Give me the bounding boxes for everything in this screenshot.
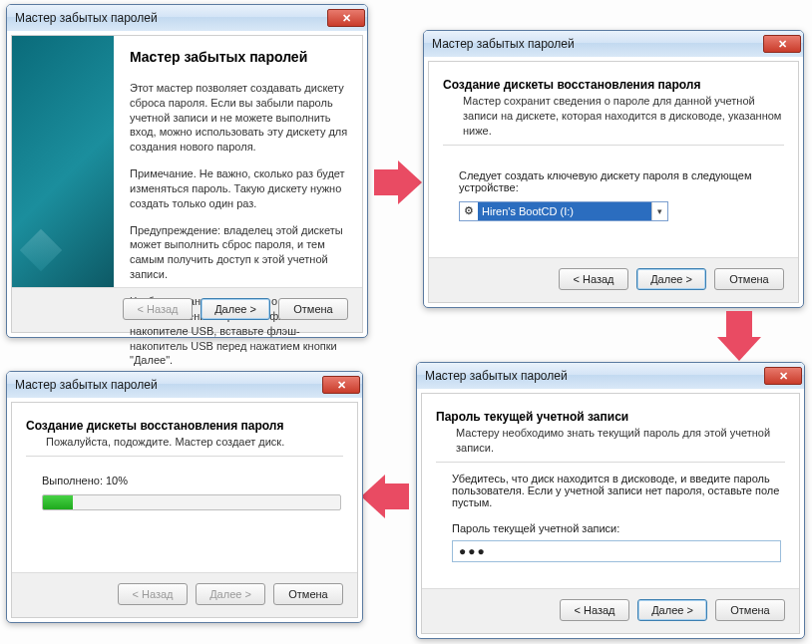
window-title: Мастер забытых паролей bbox=[15, 378, 158, 392]
section-subtext: Мастер сохранит сведения о пароле для да… bbox=[463, 94, 784, 139]
section-subtext: Мастеру необходимо знать текущий пароль … bbox=[456, 426, 785, 456]
window-title: Мастер забытых паролей bbox=[432, 37, 575, 51]
close-icon: ✕ bbox=[342, 13, 351, 24]
close-button[interactable]: ✕ bbox=[763, 35, 801, 53]
wizard-step-1: Мастер забытых паролей ✕ Мастер забытых … bbox=[6, 4, 368, 338]
separator bbox=[26, 456, 343, 457]
section-heading: Пароль текущей учетной записи bbox=[436, 410, 785, 424]
flow-arrow-4-to-3 bbox=[385, 483, 409, 509]
progress-fill bbox=[43, 495, 73, 509]
chevron-down-icon: ▾ bbox=[651, 202, 667, 220]
button-bar: < Назад Далее > Отмена bbox=[422, 588, 799, 633]
intro-paragraph-3: Предупреждение: владелец этой дискеты мо… bbox=[130, 223, 348, 282]
cancel-button[interactable]: Отмена bbox=[273, 583, 343, 605]
flow-arrow-1-to-2 bbox=[374, 169, 398, 195]
window-title: Мастер забытых паролей bbox=[15, 11, 158, 25]
cancel-button[interactable]: Отмена bbox=[278, 298, 348, 320]
password-prompt: Убедитесь, что диск находится в дисковод… bbox=[452, 473, 781, 508]
dialog-inner: Пароль текущей учетной записи Мастеру не… bbox=[421, 393, 800, 634]
close-icon: ✕ bbox=[779, 371, 788, 382]
close-icon: ✕ bbox=[337, 380, 346, 391]
button-bar: < Назад Далее > Отмена bbox=[429, 257, 798, 302]
flow-arrow-2-to-4 bbox=[726, 311, 752, 337]
next-button: Далее > bbox=[196, 583, 265, 605]
password-input[interactable]: ●●● bbox=[452, 540, 781, 562]
device-prompt: Следует создать ключевую дискету пароля … bbox=[459, 169, 784, 193]
intro-paragraph-2: Примечание. Не важно, сколько раз будет … bbox=[130, 166, 348, 211]
window-title: Мастер забытых паролей bbox=[425, 369, 568, 383]
button-bar: < Назад Далее > Отмена bbox=[12, 572, 357, 617]
cancel-button[interactable]: Отмена bbox=[714, 268, 784, 290]
titlebar: Мастер забытых паролей ✕ bbox=[7, 372, 362, 398]
device-combobox[interactable]: ⚙ Hiren's BootCD (I:) ▾ bbox=[459, 201, 668, 221]
titlebar: Мастер забытых паролей ✕ bbox=[424, 31, 803, 57]
section-heading: Создание дискеты восстановления пароля bbox=[443, 78, 784, 92]
back-button: < Назад bbox=[123, 298, 193, 320]
dialog-inner: Создание дискеты восстановления пароля П… bbox=[11, 402, 358, 618]
device-icon: ⚙ bbox=[460, 202, 478, 220]
separator bbox=[443, 145, 784, 146]
titlebar: Мастер забытых паролей ✕ bbox=[417, 363, 804, 389]
wizard-side-graphic bbox=[12, 36, 114, 287]
password-mask: ●●● bbox=[459, 544, 487, 558]
dialog-inner: Создание дискеты восстановления пароля М… bbox=[428, 61, 799, 303]
wizard-heading: Мастер забытых паролей bbox=[130, 48, 348, 67]
device-selected-value: Hiren's BootCD (I:) bbox=[478, 202, 651, 220]
next-button[interactable]: Далее > bbox=[637, 599, 707, 621]
password-field-label: Пароль текущей учетной записи: bbox=[452, 522, 785, 534]
wizard-step-3: Мастер забытых паролей ✕ Создание дискет… bbox=[6, 371, 363, 623]
next-button[interactable]: Далее > bbox=[636, 268, 706, 290]
cancel-button[interactable]: Отмена bbox=[715, 599, 785, 621]
back-button: < Назад bbox=[118, 583, 188, 605]
back-button[interactable]: < Назад bbox=[560, 599, 629, 621]
wizard-step-4: Мастер забытых паролей ✕ Пароль текущей … bbox=[416, 362, 805, 639]
section-heading: Создание дискеты восстановления пароля bbox=[26, 419, 343, 433]
close-button[interactable]: ✕ bbox=[327, 9, 365, 27]
back-button[interactable]: < Назад bbox=[559, 268, 628, 290]
dialog-inner: Мастер забытых паролей Этот мастер позво… bbox=[11, 35, 363, 333]
next-button[interactable]: Далее > bbox=[201, 298, 270, 320]
intro-paragraph-1: Этот мастер позволяет создавать дискету … bbox=[130, 81, 348, 155]
progress-label: Выполнено: 10% bbox=[42, 475, 343, 486]
close-icon: ✕ bbox=[778, 39, 787, 50]
close-button[interactable]: ✕ bbox=[322, 376, 360, 394]
close-button[interactable]: ✕ bbox=[764, 367, 802, 385]
wizard-step-2: Мастер забытых паролей ✕ Создание дискет… bbox=[423, 30, 804, 308]
titlebar: Мастер забытых паролей ✕ bbox=[7, 5, 367, 31]
section-subtext: Пожалуйста, подождите. Мастер создает ди… bbox=[46, 435, 343, 450]
progress-bar bbox=[42, 494, 341, 510]
separator bbox=[436, 462, 785, 463]
